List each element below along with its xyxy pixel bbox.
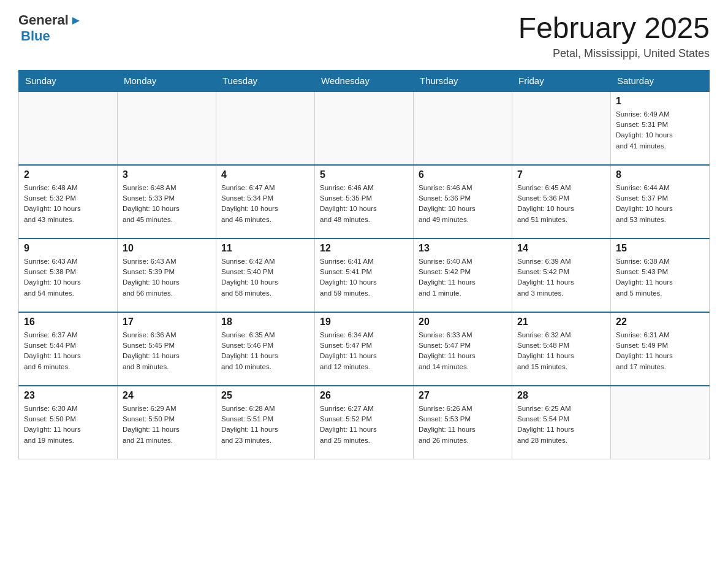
calendar-cell: 26Sunrise: 6:27 AM Sunset: 5:52 PM Dayli…	[315, 386, 414, 459]
calendar-cell: 22Sunrise: 6:31 AM Sunset: 5:49 PM Dayli…	[611, 312, 710, 386]
month-title: February 2025	[518, 12, 710, 45]
day-info: Sunrise: 6:43 AM Sunset: 5:39 PM Dayligh…	[123, 256, 211, 299]
day-info: Sunrise: 6:35 AM Sunset: 5:46 PM Dayligh…	[221, 330, 309, 372]
calendar-cell: 2Sunrise: 6:48 AM Sunset: 5:32 PM Daylig…	[19, 165, 118, 239]
calendar-cell: 16Sunrise: 6:37 AM Sunset: 5:44 PM Dayli…	[19, 312, 118, 386]
calendar-cell: 18Sunrise: 6:35 AM Sunset: 5:46 PM Dayli…	[216, 312, 315, 386]
day-info: Sunrise: 6:39 AM Sunset: 5:42 PM Dayligh…	[517, 256, 605, 299]
calendar-cell: 20Sunrise: 6:33 AM Sunset: 5:47 PM Dayli…	[414, 312, 512, 386]
day-number: 19	[320, 316, 408, 327]
day-info: Sunrise: 6:45 AM Sunset: 5:36 PM Dayligh…	[517, 183, 605, 225]
day-info: Sunrise: 6:28 AM Sunset: 5:51 PM Dayligh…	[221, 404, 309, 446]
day-number: 5	[320, 169, 408, 180]
logo: General Blue	[18, 12, 81, 44]
day-number: 7	[517, 169, 605, 180]
location-text: Petal, Mississippi, United States	[518, 47, 710, 60]
calendar-cell	[512, 91, 611, 165]
calendar-cell: 4Sunrise: 6:47 AM Sunset: 5:34 PM Daylig…	[216, 165, 315, 239]
day-number: 18	[221, 316, 309, 327]
calendar-cell	[19, 91, 118, 165]
day-info: Sunrise: 6:27 AM Sunset: 5:52 PM Dayligh…	[320, 404, 408, 446]
day-info: Sunrise: 6:38 AM Sunset: 5:43 PM Dayligh…	[616, 256, 704, 299]
calendar-cell: 1Sunrise: 6:49 AM Sunset: 5:31 PM Daylig…	[611, 91, 710, 165]
calendar-cell: 15Sunrise: 6:38 AM Sunset: 5:43 PM Dayli…	[611, 239, 710, 312]
calendar-cell: 24Sunrise: 6:29 AM Sunset: 5:50 PM Dayli…	[118, 386, 216, 459]
calendar-cell: 13Sunrise: 6:40 AM Sunset: 5:42 PM Dayli…	[414, 239, 512, 312]
day-number: 17	[123, 316, 211, 327]
day-info: Sunrise: 6:46 AM Sunset: 5:35 PM Dayligh…	[320, 183, 408, 225]
day-info: Sunrise: 6:46 AM Sunset: 5:36 PM Dayligh…	[419, 183, 507, 225]
calendar-cell: 17Sunrise: 6:36 AM Sunset: 5:45 PM Dayli…	[118, 312, 216, 386]
day-info: Sunrise: 6:37 AM Sunset: 5:44 PM Dayligh…	[24, 330, 112, 372]
calendar-cell: 27Sunrise: 6:26 AM Sunset: 5:53 PM Dayli…	[414, 386, 512, 459]
weekday-header-thursday: Thursday	[414, 70, 512, 91]
calendar-cell: 8Sunrise: 6:44 AM Sunset: 5:37 PM Daylig…	[611, 165, 710, 239]
calendar-cell: 9Sunrise: 6:43 AM Sunset: 5:38 PM Daylig…	[19, 239, 118, 312]
calendar-header-row: SundayMondayTuesdayWednesdayThursdayFrid…	[19, 70, 710, 91]
day-info: Sunrise: 6:47 AM Sunset: 5:34 PM Dayligh…	[221, 183, 309, 225]
calendar-week-5: 23Sunrise: 6:30 AM Sunset: 5:50 PM Dayli…	[19, 386, 710, 459]
weekday-header-monday: Monday	[118, 70, 216, 91]
day-number: 10	[123, 243, 211, 254]
day-number: 9	[24, 243, 112, 254]
svg-marker-0	[72, 17, 80, 25]
weekday-header-wednesday: Wednesday	[315, 70, 414, 91]
day-info: Sunrise: 6:34 AM Sunset: 5:47 PM Dayligh…	[320, 330, 408, 372]
day-number: 16	[24, 316, 112, 327]
calendar-week-1: 1Sunrise: 6:49 AM Sunset: 5:31 PM Daylig…	[19, 91, 710, 165]
weekday-header-tuesday: Tuesday	[216, 70, 315, 91]
calendar-cell: 23Sunrise: 6:30 AM Sunset: 5:50 PM Dayli…	[19, 386, 118, 459]
day-number: 24	[123, 390, 211, 401]
day-info: Sunrise: 6:42 AM Sunset: 5:40 PM Dayligh…	[221, 256, 309, 299]
day-number: 15	[616, 243, 704, 254]
calendar-cell: 5Sunrise: 6:46 AM Sunset: 5:35 PM Daylig…	[315, 165, 414, 239]
day-number: 12	[320, 243, 408, 254]
day-info: Sunrise: 6:48 AM Sunset: 5:33 PM Dayligh…	[123, 183, 211, 225]
day-info: Sunrise: 6:31 AM Sunset: 5:49 PM Dayligh…	[616, 330, 704, 372]
day-number: 22	[616, 316, 704, 327]
calendar-week-4: 16Sunrise: 6:37 AM Sunset: 5:44 PM Dayli…	[19, 312, 710, 386]
day-info: Sunrise: 6:30 AM Sunset: 5:50 PM Dayligh…	[24, 404, 112, 446]
page-header: General Blue February 2025 Petal, Missis…	[18, 12, 710, 60]
calendar-cell	[118, 91, 216, 165]
calendar-cell	[216, 91, 315, 165]
day-info: Sunrise: 6:41 AM Sunset: 5:41 PM Dayligh…	[320, 256, 408, 299]
day-number: 27	[419, 390, 507, 401]
day-number: 26	[320, 390, 408, 401]
calendar-cell	[315, 91, 414, 165]
day-number: 6	[419, 169, 507, 180]
day-info: Sunrise: 6:29 AM Sunset: 5:50 PM Dayligh…	[123, 404, 211, 446]
day-number: 4	[221, 169, 309, 180]
day-info: Sunrise: 6:26 AM Sunset: 5:53 PM Dayligh…	[419, 404, 507, 446]
day-info: Sunrise: 6:49 AM Sunset: 5:31 PM Dayligh…	[616, 109, 704, 151]
weekday-header-friday: Friday	[512, 70, 611, 91]
logo-blue-text: Blue	[21, 28, 50, 44]
weekday-header-saturday: Saturday	[611, 70, 710, 91]
calendar-cell: 25Sunrise: 6:28 AM Sunset: 5:51 PM Dayli…	[216, 386, 315, 459]
calendar-cell: 21Sunrise: 6:32 AM Sunset: 5:48 PM Dayli…	[512, 312, 611, 386]
title-area: February 2025 Petal, Mississippi, United…	[518, 12, 710, 60]
day-number: 23	[24, 390, 112, 401]
day-info: Sunrise: 6:33 AM Sunset: 5:47 PM Dayligh…	[419, 330, 507, 372]
day-info: Sunrise: 6:44 AM Sunset: 5:37 PM Dayligh…	[616, 183, 704, 225]
logo-general-text: General	[18, 12, 69, 28]
day-info: Sunrise: 6:43 AM Sunset: 5:38 PM Dayligh…	[24, 256, 112, 299]
day-number: 21	[517, 316, 605, 327]
day-info: Sunrise: 6:36 AM Sunset: 5:45 PM Dayligh…	[123, 330, 211, 372]
day-info: Sunrise: 6:40 AM Sunset: 5:42 PM Dayligh…	[419, 256, 507, 299]
calendar-cell: 12Sunrise: 6:41 AM Sunset: 5:41 PM Dayli…	[315, 239, 414, 312]
day-number: 13	[419, 243, 507, 254]
calendar-cell: 10Sunrise: 6:43 AM Sunset: 5:39 PM Dayli…	[118, 239, 216, 312]
calendar-cell	[611, 386, 710, 459]
day-info: Sunrise: 6:32 AM Sunset: 5:48 PM Dayligh…	[517, 330, 605, 372]
day-number: 25	[221, 390, 309, 401]
day-number: 8	[616, 169, 704, 180]
calendar-cell: 7Sunrise: 6:45 AM Sunset: 5:36 PM Daylig…	[512, 165, 611, 239]
calendar-cell: 6Sunrise: 6:46 AM Sunset: 5:36 PM Daylig…	[414, 165, 512, 239]
day-number: 3	[123, 169, 211, 180]
weekday-header-sunday: Sunday	[19, 70, 118, 91]
calendar-cell: 19Sunrise: 6:34 AM Sunset: 5:47 PM Dayli…	[315, 312, 414, 386]
logo-triangle-icon	[70, 15, 81, 26]
calendar-table: SundayMondayTuesdayWednesdayThursdayFrid…	[18, 70, 710, 460]
day-info: Sunrise: 6:25 AM Sunset: 5:54 PM Dayligh…	[517, 404, 605, 446]
